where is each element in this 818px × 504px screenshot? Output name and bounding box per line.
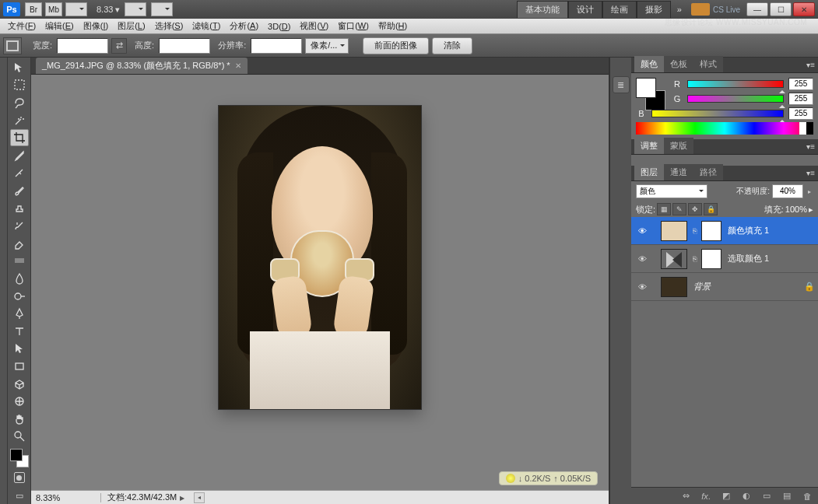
fill-input[interactable]: 100% — [785, 205, 807, 214]
g-slider[interactable] — [687, 95, 784, 103]
resolution-unit-select[interactable]: 像素/... — [305, 38, 349, 54]
collapsed-panel-icon[interactable]: ≣ — [613, 76, 630, 93]
window-minimize-button[interactable]: — — [746, 2, 768, 16]
width-input[interactable] — [57, 38, 108, 54]
layer-thumbnail[interactable] — [661, 221, 687, 241]
blur-tool[interactable] — [10, 270, 29, 287]
crop-tool[interactable] — [10, 129, 29, 146]
window-maximize-button[interactable]: ☐ — [770, 2, 792, 16]
resolution-input[interactable] — [251, 38, 302, 54]
bridge-button[interactable]: Br — [25, 2, 42, 16]
menu-view[interactable]: 视图(V) — [295, 19, 333, 33]
toolbox-collapse-strip[interactable] — [0, 58, 8, 504]
layer-row[interactable]: 👁 背景 🔒 — [631, 273, 818, 301]
layer-thumbnail[interactable] — [661, 277, 687, 297]
clear-button[interactable]: 清除 — [432, 37, 472, 54]
b-value-input[interactable]: 255 — [788, 107, 813, 120]
3d-tools[interactable] — [10, 376, 29, 393]
lock-all-button[interactable]: 🔒 — [704, 203, 718, 215]
layer-name[interactable]: 背景 — [690, 281, 711, 292]
zoom-level-dropdown[interactable]: 8.33 ▾ — [97, 5, 120, 15]
layer-visibility-icon[interactable]: 👁 — [634, 251, 650, 267]
height-input[interactable] — [159, 38, 210, 54]
crop-tool-icon[interactable] — [3, 37, 22, 54]
lock-pixels-button[interactable]: ✎ — [672, 203, 686, 215]
r-slider[interactable] — [687, 80, 784, 88]
new-layer-button[interactable]: ▤ — [779, 489, 795, 503]
screen-arrangement-dropdown[interactable] — [65, 2, 87, 16]
menu-window[interactable]: 窗口(W) — [333, 19, 374, 33]
adjust-panel-menu-icon[interactable]: ▾≡ — [806, 142, 815, 151]
layer-fx-button[interactable]: fx. — [698, 489, 714, 503]
marquee-tool[interactable] — [10, 77, 29, 94]
photoshop-logo[interactable]: Ps — [3, 2, 20, 16]
workspace-more-button[interactable]: » — [677, 5, 682, 14]
swap-dimensions-button[interactable]: ⇄ — [111, 38, 127, 54]
tab-adjustments[interactable]: 调整 — [634, 138, 664, 154]
menu-help[interactable]: 帮助(H) — [374, 19, 412, 33]
layer-mask-thumbnail[interactable] — [701, 249, 721, 269]
menu-3d[interactable]: 3D(D) — [263, 20, 295, 33]
fill-arrow-icon[interactable]: ▸ — [809, 205, 813, 215]
menu-image[interactable]: 图像(I) — [79, 19, 113, 33]
status-doc-size[interactable]: 文档:42.3M/42.3M▶ — [101, 492, 191, 503]
minibridge-button[interactable]: Mb — [45, 2, 62, 16]
type-tool[interactable] — [10, 323, 29, 340]
workspace-tab-essentials[interactable]: 基本功能 — [517, 1, 568, 18]
tab-channels[interactable]: 通道 — [664, 164, 693, 180]
blend-mode-select[interactable]: 颜色 — [636, 184, 707, 198]
panel-color-swatch[interactable] — [636, 78, 664, 106]
layer-row[interactable]: 👁 ⎘ 选取颜色 1 — [631, 245, 818, 273]
pen-tool[interactable] — [10, 305, 29, 322]
cs-live-label[interactable]: CS Live — [713, 5, 740, 14]
menu-file[interactable]: 文件(F) — [3, 19, 40, 33]
tab-swatches[interactable]: 色板 — [664, 56, 693, 72]
scroll-left-button[interactable]: ◂ — [194, 492, 205, 503]
menu-analysis[interactable]: 分析(A) — [225, 19, 263, 33]
opacity-arrow-icon[interactable]: ▸ — [806, 188, 813, 195]
menu-edit[interactable]: 编辑(E) — [40, 19, 79, 33]
history-brush-tool[interactable] — [10, 217, 29, 234]
window-close-button[interactable]: ✕ — [793, 2, 815, 16]
tab-color[interactable]: 颜色 — [634, 56, 664, 72]
lock-position-button[interactable]: ✥ — [688, 203, 702, 215]
3d-camera-tools[interactable] — [10, 393, 29, 410]
layer-visibility-icon[interactable]: 👁 — [634, 279, 650, 295]
layer-thumbnail[interactable] — [661, 249, 687, 269]
r-value-input[interactable]: 255 — [788, 78, 813, 90]
color-panel-menu-icon[interactable]: ▾≡ — [806, 61, 815, 69]
eyedropper-tool[interactable] — [10, 147, 29, 164]
arrange-documents-dropdown[interactable] — [151, 2, 173, 16]
tab-paths[interactable]: 路径 — [693, 164, 723, 180]
delete-layer-button[interactable]: 🗑 — [799, 489, 815, 503]
menu-filter[interactable]: 滤镜(T) — [188, 19, 225, 33]
workspace-tab-photography[interactable]: 摄影 — [637, 1, 671, 18]
tab-styles[interactable]: 样式 — [693, 56, 723, 72]
add-mask-button[interactable]: ◩ — [718, 489, 734, 503]
screen-mode-button[interactable]: ▭ — [10, 487, 29, 504]
layer-link-icon[interactable]: ⎘ — [690, 255, 698, 263]
layer-link-icon[interactable]: ⎘ — [690, 227, 698, 235]
workspace-tab-design[interactable]: 设计 — [568, 1, 602, 18]
healing-brush-tool[interactable] — [10, 165, 29, 182]
opacity-input[interactable]: 40% — [772, 184, 803, 198]
magic-wand-tool[interactable] — [10, 112, 29, 129]
layer-name[interactable]: 颜色填充 1 — [725, 225, 769, 236]
front-image-button[interactable]: 前面的图像 — [363, 37, 429, 54]
lasso-tool[interactable] — [10, 94, 29, 111]
gradient-tool[interactable] — [10, 253, 29, 270]
g-value-input[interactable]: 255 — [788, 93, 813, 105]
link-layers-button[interactable]: ⇔ — [678, 489, 693, 503]
tab-masks[interactable]: 蒙版 — [664, 138, 693, 154]
cs-live-icon[interactable] — [691, 3, 710, 16]
shape-tool[interactable] — [10, 358, 29, 375]
menu-select[interactable]: 选择(S) — [150, 19, 188, 33]
quick-mask-toggle[interactable] — [10, 470, 29, 487]
menu-layer[interactable]: 图层(L) — [113, 19, 149, 33]
layer-visibility-icon[interactable]: 👁 — [634, 223, 650, 239]
eraser-tool[interactable] — [10, 235, 29, 252]
clone-stamp-tool[interactable] — [10, 200, 29, 217]
color-swatch[interactable] — [10, 449, 29, 467]
document-tab[interactable]: _MG_2914.JPG @ 8.33% (颜色填充 1, RGB/8*) * … — [36, 58, 248, 74]
zoom-tool[interactable] — [10, 429, 29, 446]
